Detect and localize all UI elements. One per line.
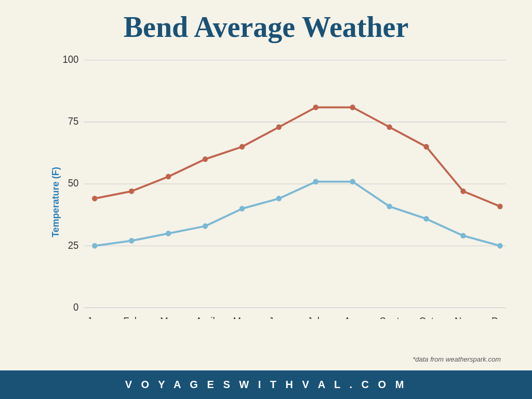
svg-text:Jan: Jan <box>87 315 102 319</box>
svg-point-35 <box>129 238 134 244</box>
svg-text:Mar: Mar <box>160 315 177 319</box>
main-content: Bend Average Weather Temperature (F) 0 <box>0 0 532 370</box>
svg-text:100: 100 <box>63 54 79 65</box>
footer-text: V O Y A G E S W I T H V A L . C O M <box>125 379 407 391</box>
chart-svg: 0 25 50 75 100 Jan Feb Mar April May Jun… <box>52 49 511 319</box>
svg-point-25 <box>203 156 208 162</box>
svg-point-32 <box>460 189 466 194</box>
svg-text:50: 50 <box>68 178 79 189</box>
svg-point-27 <box>276 124 282 130</box>
svg-point-22 <box>92 196 97 202</box>
svg-point-29 <box>350 104 355 110</box>
svg-point-26 <box>240 144 245 150</box>
page-title: Bend Average Weather <box>21 10 511 44</box>
svg-point-42 <box>387 204 392 209</box>
svg-text:Nov: Nov <box>455 315 472 319</box>
svg-point-44 <box>460 233 466 238</box>
svg-text:75: 75 <box>68 116 79 127</box>
svg-text:0: 0 <box>73 301 78 313</box>
svg-point-43 <box>423 216 429 222</box>
svg-text:Sept: Sept <box>380 315 400 319</box>
svg-point-33 <box>497 204 502 209</box>
svg-point-41 <box>350 179 355 184</box>
svg-text:Oct: Oct <box>419 315 434 319</box>
svg-point-45 <box>497 243 502 249</box>
svg-point-37 <box>203 223 208 229</box>
svg-point-39 <box>276 196 282 202</box>
chart-area: Temperature (F) 0 25 50 75 <box>21 49 511 355</box>
svg-point-31 <box>423 144 429 150</box>
svg-point-40 <box>313 179 318 184</box>
svg-point-23 <box>129 189 134 194</box>
svg-point-30 <box>387 124 392 130</box>
svg-text:July: July <box>307 315 324 319</box>
svg-text:April: April <box>196 315 215 319</box>
svg-point-34 <box>92 243 97 249</box>
svg-text:Aug: Aug <box>344 315 361 319</box>
svg-point-36 <box>166 231 171 236</box>
chart-inner: 0 25 50 75 100 Jan Feb Mar April May Jun… <box>52 49 511 319</box>
svg-text:May: May <box>233 315 251 319</box>
footer-bar: V O Y A G E S W I T H V A L . C O M <box>0 370 532 399</box>
svg-text:June: June <box>269 315 289 319</box>
svg-point-24 <box>166 174 171 180</box>
svg-point-38 <box>240 206 245 211</box>
svg-point-28 <box>313 104 318 110</box>
svg-text:25: 25 <box>68 240 79 251</box>
svg-text:Feb: Feb <box>123 315 140 319</box>
svg-text:Dec: Dec <box>491 315 509 319</box>
data-source: *data from weatherspark.com <box>21 355 511 365</box>
